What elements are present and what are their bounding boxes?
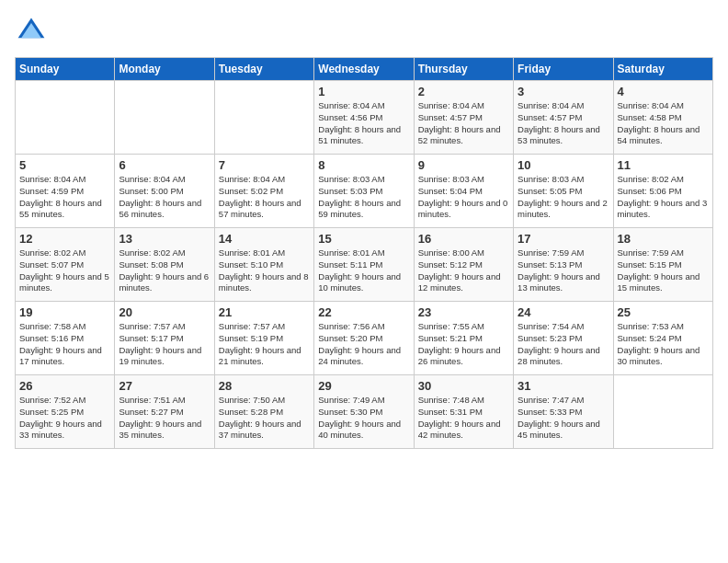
calendar-cell: 5Sunrise: 8:04 AM Sunset: 4:59 PM Daylig… [16,155,115,228]
calendar-cell: 23Sunrise: 7:55 AM Sunset: 5:21 PM Dayli… [414,302,513,375]
weekday-header-wednesday: Wednesday [314,58,414,81]
day-number: 24 [518,305,609,319]
day-number: 13 [119,232,210,246]
calendar-cell: 3Sunrise: 8:04 AM Sunset: 4:57 PM Daylig… [514,81,613,155]
day-info: Sunrise: 8:03 AM Sunset: 5:03 PM Dayligh… [318,174,409,221]
day-number: 9 [418,158,509,172]
calendar-cell: 12Sunrise: 8:02 AM Sunset: 5:07 PM Dayli… [16,228,115,302]
calendar-cell: 29Sunrise: 7:49 AM Sunset: 5:30 PM Dayli… [314,375,414,449]
calendar-cell: 15Sunrise: 8:01 AM Sunset: 5:11 PM Dayli… [314,228,414,302]
weekday-header-sunday: Sunday [16,58,115,81]
day-number: 14 [219,232,310,246]
day-number: 26 [19,379,110,393]
calendar-cell: 2Sunrise: 8:04 AM Sunset: 4:57 PM Daylig… [414,81,513,155]
day-info: Sunrise: 7:56 AM Sunset: 5:20 PM Dayligh… [318,321,409,368]
calendar-cell: 11Sunrise: 8:02 AM Sunset: 5:06 PM Dayli… [613,155,712,228]
calendar-cell: 20Sunrise: 7:57 AM Sunset: 5:17 PM Dayli… [115,302,214,375]
day-number: 5 [19,158,110,172]
day-number: 6 [119,158,210,172]
day-number: 18 [618,232,709,246]
day-info: Sunrise: 8:02 AM Sunset: 5:07 PM Dayligh… [19,247,110,294]
day-info: Sunrise: 8:02 AM Sunset: 5:08 PM Dayligh… [119,247,210,294]
day-number: 16 [418,232,509,246]
weekday-header-friday: Friday [514,58,613,81]
day-info: Sunrise: 7:57 AM Sunset: 5:17 PM Dayligh… [119,321,210,368]
day-info: Sunrise: 7:58 AM Sunset: 5:16 PM Dayligh… [19,321,110,368]
calendar-week-row: 5Sunrise: 8:04 AM Sunset: 4:59 PM Daylig… [16,155,713,228]
day-number: 31 [518,379,609,393]
day-info: Sunrise: 7:57 AM Sunset: 5:19 PM Dayligh… [219,321,310,368]
day-number: 28 [219,379,310,393]
day-number: 19 [19,305,110,319]
calendar-cell: 31Sunrise: 7:47 AM Sunset: 5:33 PM Dayli… [514,375,613,449]
calendar-cell [214,81,313,155]
day-number: 23 [418,305,509,319]
calendar-cell: 8Sunrise: 8:03 AM Sunset: 5:03 PM Daylig… [314,155,414,228]
day-number: 1 [318,85,409,98]
day-info: Sunrise: 7:55 AM Sunset: 5:21 PM Dayligh… [418,321,509,368]
day-number: 8 [318,158,409,172]
calendar-cell: 7Sunrise: 8:04 AM Sunset: 5:02 PM Daylig… [214,155,313,228]
day-number: 29 [318,379,409,393]
logo-icon [15,15,48,48]
day-info: Sunrise: 8:04 AM Sunset: 5:00 PM Dayligh… [119,174,210,221]
calendar-cell [16,81,115,155]
day-info: Sunrise: 8:02 AM Sunset: 5:06 PM Dayligh… [618,174,709,221]
calendar-cell: 17Sunrise: 7:59 AM Sunset: 5:13 PM Dayli… [514,228,613,302]
day-info: Sunrise: 8:04 AM Sunset: 4:58 PM Dayligh… [618,100,709,147]
calendar-cell [115,81,214,155]
calendar-week-row: 12Sunrise: 8:02 AM Sunset: 5:07 PM Dayli… [16,228,713,302]
day-info: Sunrise: 8:04 AM Sunset: 4:56 PM Dayligh… [318,100,409,147]
day-info: Sunrise: 7:59 AM Sunset: 5:15 PM Dayligh… [618,247,709,294]
calendar-cell: 21Sunrise: 7:57 AM Sunset: 5:19 PM Dayli… [214,302,313,375]
day-number: 22 [318,305,409,319]
calendar-header: SundayMondayTuesdayWednesdayThursdayFrid… [16,58,713,81]
day-info: Sunrise: 8:01 AM Sunset: 5:10 PM Dayligh… [219,247,310,294]
day-info: Sunrise: 8:04 AM Sunset: 4:57 PM Dayligh… [518,100,609,147]
page-header [15,15,713,48]
day-number: 10 [518,158,609,172]
day-number: 20 [119,305,210,319]
calendar-week-row: 26Sunrise: 7:52 AM Sunset: 5:25 PM Dayli… [16,375,713,449]
weekday-header-tuesday: Tuesday [214,58,313,81]
day-info: Sunrise: 8:03 AM Sunset: 5:04 PM Dayligh… [418,174,509,221]
calendar-cell: 28Sunrise: 7:50 AM Sunset: 5:28 PM Dayli… [214,375,313,449]
day-info: Sunrise: 8:00 AM Sunset: 5:12 PM Dayligh… [418,247,509,294]
day-info: Sunrise: 7:50 AM Sunset: 5:28 PM Dayligh… [219,395,310,442]
weekday-header-thursday: Thursday [414,58,513,81]
day-number: 3 [518,85,609,98]
weekday-header-monday: Monday [115,58,214,81]
calendar-week-row: 1Sunrise: 8:04 AM Sunset: 4:56 PM Daylig… [16,81,713,155]
calendar-cell: 19Sunrise: 7:58 AM Sunset: 5:16 PM Dayli… [16,302,115,375]
day-number: 27 [119,379,210,393]
weekday-header-row: SundayMondayTuesdayWednesdayThursdayFrid… [16,58,713,81]
day-number: 17 [518,232,609,246]
calendar-cell: 18Sunrise: 7:59 AM Sunset: 5:15 PM Dayli… [613,228,712,302]
day-number: 11 [618,158,709,172]
calendar-cell: 4Sunrise: 8:04 AM Sunset: 4:58 PM Daylig… [613,81,712,155]
day-number: 2 [418,85,509,98]
calendar-cell: 9Sunrise: 8:03 AM Sunset: 5:04 PM Daylig… [414,155,513,228]
day-info: Sunrise: 7:49 AM Sunset: 5:30 PM Dayligh… [318,395,409,442]
calendar-cell: 6Sunrise: 8:04 AM Sunset: 5:00 PM Daylig… [115,155,214,228]
calendar-cell [613,375,712,449]
day-info: Sunrise: 8:04 AM Sunset: 4:57 PM Dayligh… [418,100,509,147]
day-info: Sunrise: 8:04 AM Sunset: 4:59 PM Dayligh… [19,174,110,221]
logo [15,15,51,48]
day-number: 30 [418,379,509,393]
day-info: Sunrise: 7:48 AM Sunset: 5:31 PM Dayligh… [418,395,509,442]
calendar-cell: 1Sunrise: 8:04 AM Sunset: 4:56 PM Daylig… [314,81,414,155]
day-info: Sunrise: 8:03 AM Sunset: 5:05 PM Dayligh… [518,174,609,221]
calendar-cell: 14Sunrise: 8:01 AM Sunset: 5:10 PM Dayli… [214,228,313,302]
calendar-cell: 16Sunrise: 8:00 AM Sunset: 5:12 PM Dayli… [414,228,513,302]
calendar-cell: 24Sunrise: 7:54 AM Sunset: 5:23 PM Dayli… [514,302,613,375]
day-info: Sunrise: 8:04 AM Sunset: 5:02 PM Dayligh… [219,174,310,221]
calendar-cell: 13Sunrise: 8:02 AM Sunset: 5:08 PM Dayli… [115,228,214,302]
day-number: 4 [618,85,709,98]
calendar-cell: 26Sunrise: 7:52 AM Sunset: 5:25 PM Dayli… [16,375,115,449]
day-info: Sunrise: 7:47 AM Sunset: 5:33 PM Dayligh… [518,395,609,442]
calendar-cell: 25Sunrise: 7:53 AM Sunset: 5:24 PM Dayli… [613,302,712,375]
day-info: Sunrise: 8:01 AM Sunset: 5:11 PM Dayligh… [318,247,409,294]
calendar-table: SundayMondayTuesdayWednesdayThursdayFrid… [15,57,713,449]
day-info: Sunrise: 7:54 AM Sunset: 5:23 PM Dayligh… [518,321,609,368]
